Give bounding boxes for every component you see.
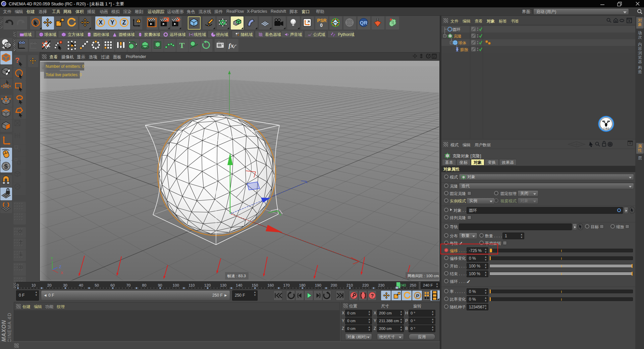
svg-text:150: 150: [252, 283, 258, 287]
svg-text:0: 0: [320, 23, 323, 28]
svg-text:P: P: [416, 293, 419, 298]
svg-text:190: 190: [315, 283, 321, 287]
svg-text:fx: fx: [228, 42, 234, 49]
svg-text:170: 170: [283, 283, 289, 287]
svg-text:?: ?: [371, 293, 374, 298]
svg-text:?: ?: [15, 56, 19, 64]
svg-text:%: %: [238, 33, 239, 34]
svg-text:120: 120: [204, 283, 211, 287]
svg-text:90: 90: [158, 283, 162, 287]
svg-text:行鹿君: 行鹿君: [603, 127, 609, 130]
svg-text:0: 0: [17, 283, 19, 287]
svg-text:20: 20: [47, 283, 52, 287]
svg-text:Total live particles: 0: Total live particles: 0: [46, 72, 82, 77]
svg-text:帧速 : 83.3: 帧速 : 83.3: [227, 274, 246, 278]
svg-text:网格间距 : 100 cm: 网格间距 : 100 cm: [408, 274, 439, 278]
svg-text:X: X: [99, 19, 103, 26]
svg-text:30: 30: [63, 283, 67, 287]
svg-text:S: S: [4, 163, 8, 170]
svg-text:Y: Y: [51, 256, 53, 260]
svg-text:140: 140: [236, 283, 242, 287]
svg-text:QR: QR: [360, 20, 368, 26]
svg-text:130: 130: [220, 283, 226, 287]
svg-text:40: 40: [79, 283, 83, 287]
svg-text:Z: Z: [122, 19, 126, 26]
svg-text:50: 50: [95, 283, 99, 287]
svg-text:110: 110: [189, 283, 195, 287]
svg-text:10: 10: [32, 283, 36, 287]
svg-text:180: 180: [299, 283, 306, 287]
svg-text:100: 100: [173, 283, 179, 287]
svg-text:T: T: [179, 41, 185, 50]
svg-text:Y: Y: [110, 19, 114, 26]
svg-text:60: 60: [110, 283, 115, 287]
svg-text:210: 210: [346, 283, 353, 287]
svg-text:Number of emitters: 0: Number of emitters: 0: [46, 64, 85, 69]
svg-text:80: 80: [142, 283, 147, 287]
svg-text:200: 200: [331, 283, 337, 287]
svg-text:X: X: [61, 271, 63, 275]
svg-text:250: 250: [410, 283, 416, 287]
svg-text:240: 240: [399, 283, 406, 287]
svg-text:220: 220: [362, 283, 369, 287]
svg-text:70: 70: [126, 283, 130, 287]
svg-text:Z: Z: [59, 265, 61, 269]
svg-text:230: 230: [378, 283, 384, 287]
svg-text:160: 160: [267, 283, 274, 287]
